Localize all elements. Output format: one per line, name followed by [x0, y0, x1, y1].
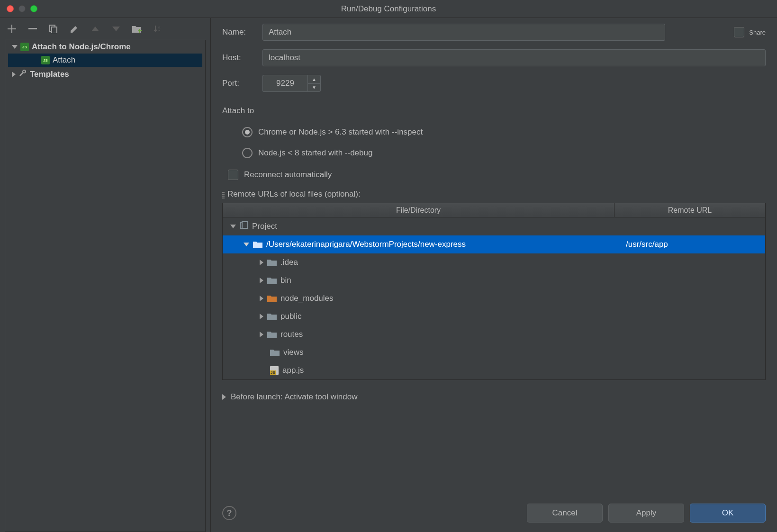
tree-row[interactable]: app.js: [223, 361, 765, 379]
attach-option-inspect[interactable]: Chrome or Node.js > 6.3 started with --i…: [222, 124, 766, 145]
move-down-icon: [111, 24, 121, 34]
config-item-attach[interactable]: JS Attach: [8, 54, 202, 67]
config-group-templates[interactable]: Templates: [8, 67, 202, 81]
chevron-down-icon[interactable]: [12, 45, 18, 49]
tree-row[interactable]: node_modules: [223, 289, 765, 307]
folder-icon: [267, 313, 277, 320]
left-pane: az JS Attach to Node.js/Chrome JS Attach…: [0, 18, 211, 532]
reconnect-row[interactable]: Reconnect automatically: [222, 166, 766, 189]
ok-button[interactable]: OK: [690, 504, 766, 523]
tree-row[interactable]: views: [223, 343, 765, 361]
tree-node-label: routes: [280, 330, 303, 339]
chevron-down-icon[interactable]: [244, 243, 249, 246]
before-launch-row[interactable]: Before launch: Activate tool window: [222, 389, 766, 405]
folder-icon: [267, 259, 277, 266]
wrench-icon: [18, 69, 27, 80]
config-group-attach[interactable]: JS Attach to Node.js/Chrome: [8, 40, 202, 54]
tree-node-label: bin: [280, 276, 291, 285]
tree-row[interactable]: .idea: [223, 253, 765, 271]
attach-to-heading: Attach to: [222, 106, 766, 116]
tree-row[interactable]: routes: [223, 325, 765, 343]
config-tree[interactable]: JS Attach to Node.js/Chrome JS Attach Te…: [5, 40, 205, 81]
folder-icon: [253, 241, 262, 248]
root-remote-label: /usr/src/app: [623, 240, 765, 249]
ok-label: OK: [722, 508, 734, 518]
copy-config-icon[interactable]: [48, 24, 59, 34]
tree-project-row[interactable]: Project: [223, 217, 765, 235]
tree-node-label: app.js: [282, 366, 304, 375]
tree-root-row[interactable]: /Users/ekaterinaprigara/WebstormProjects…: [223, 235, 765, 253]
apply-button[interactable]: Apply: [608, 504, 684, 523]
share-label: Share: [749, 29, 766, 36]
chevron-right-icon[interactable]: [222, 394, 226, 400]
root-path-label: /Users/ekaterinaprigara/WebstormProjects…: [266, 240, 466, 249]
tree-row[interactable]: public: [223, 307, 765, 325]
attach-option-debug[interactable]: Node.js < 8 started with --debug: [222, 145, 766, 166]
host-input[interactable]: [262, 49, 766, 66]
svg-text:z: z: [158, 29, 160, 33]
cancel-button[interactable]: Cancel: [527, 504, 603, 523]
col-file-directory[interactable]: File/Directory: [223, 203, 614, 217]
tree-node-label: .idea: [280, 258, 298, 267]
tree-node-label: node_modules: [280, 294, 334, 303]
cancel-label: Cancel: [552, 508, 578, 518]
radio-debug-label: Node.js < 8 started with --debug: [258, 148, 372, 158]
sort-alpha-icon: az: [153, 24, 163, 34]
window-controls: [0, 5, 37, 12]
port-label: Port:: [222, 79, 262, 88]
svg-rect-0: [28, 28, 37, 29]
chevron-right-icon[interactable]: [260, 332, 263, 337]
share-group: Share: [734, 27, 766, 37]
radio-inspect-label: Chrome or Node.js > 6.3 started with --i…: [258, 127, 423, 137]
folder-icon: [267, 277, 277, 284]
right-pane: Name: Share Host: Port: ▲ ▼ Attach to: [211, 18, 777, 532]
reconnect-label: Reconnect automatically: [244, 170, 332, 180]
templates-label: Templates: [30, 70, 69, 79]
chevron-right-icon[interactable]: [12, 72, 16, 77]
file-tree[interactable]: Project /Users/ekaterinaprigara/Webstorm…: [223, 217, 765, 379]
svg-rect-2: [52, 27, 57, 33]
radio-inspect[interactable]: [242, 127, 253, 137]
project-label: Project: [252, 222, 277, 231]
host-label: Host:: [222, 53, 262, 63]
chevron-right-icon[interactable]: [260, 260, 263, 265]
folder-icon: [270, 349, 280, 356]
nodejs-icon: JS: [20, 43, 29, 51]
reconnect-checkbox[interactable]: [228, 170, 238, 180]
add-config-icon[interactable]: [7, 24, 17, 34]
port-spinner[interactable]: ▲ ▼: [307, 75, 321, 92]
js-file-icon: [270, 366, 279, 375]
titlebar: Run/Debug Configurations: [0, 0, 777, 18]
table-header: File/Directory Remote URL: [223, 203, 765, 217]
name-label: Name:: [222, 27, 262, 37]
tree-row[interactable]: bin: [223, 271, 765, 289]
share-checkbox[interactable]: [734, 27, 744, 37]
spinner-down-icon[interactable]: ▼: [308, 84, 320, 92]
name-input[interactable]: [262, 24, 665, 41]
project-icon: [240, 221, 248, 232]
window-title: Run/Debug Configurations: [0, 4, 777, 14]
folder-icon: [267, 295, 277, 302]
port-input[interactable]: [262, 75, 307, 92]
radio-debug[interactable]: [242, 148, 253, 158]
minimize-window-icon: [18, 5, 26, 12]
spinner-up-icon[interactable]: ▲: [308, 75, 320, 84]
chevron-right-icon[interactable]: [260, 314, 263, 319]
chevron-right-icon[interactable]: [260, 278, 263, 283]
move-up-icon: [90, 24, 100, 34]
edit-settings-icon[interactable]: [69, 24, 80, 34]
chevron-right-icon[interactable]: [260, 296, 263, 301]
tree-node-label: views: [283, 348, 304, 357]
svg-rect-6: [242, 222, 248, 228]
col-remote-url[interactable]: Remote URL: [614, 203, 765, 217]
help-button[interactable]: ?: [222, 506, 236, 520]
before-launch-label: Before launch: Activate tool window: [231, 392, 357, 402]
maximize-window-icon[interactable]: [30, 5, 37, 12]
chevron-down-icon[interactable]: [230, 225, 236, 228]
remote-urls-heading: Remote URLs of local files (optional):: [227, 189, 361, 199]
close-window-icon[interactable]: [7, 5, 14, 12]
folder-save-icon[interactable]: [132, 24, 142, 34]
nodejs-icon: JS: [41, 56, 50, 64]
resize-grip-icon[interactable]: [222, 190, 225, 198]
remove-config-icon[interactable]: [27, 24, 38, 34]
